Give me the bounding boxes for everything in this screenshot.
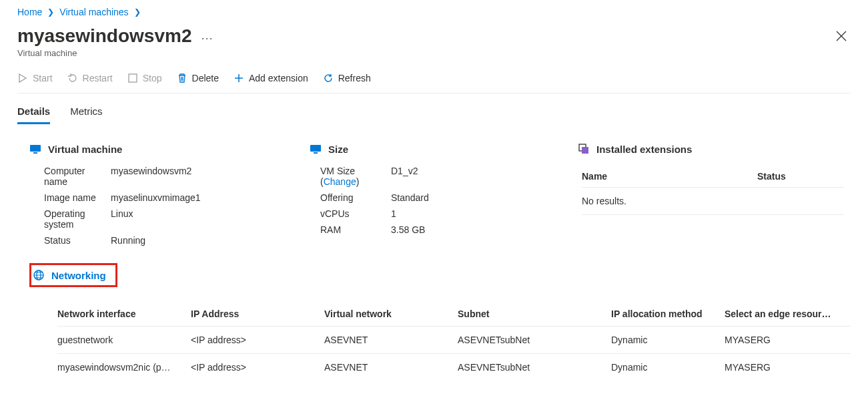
ip-cell: <IP address> xyxy=(191,354,324,381)
net-th-alloc: IP allocation method xyxy=(611,303,725,327)
os-label: Operating system xyxy=(17,208,111,230)
ip-cell: <IP address> xyxy=(191,327,324,354)
toolbar: Start Restart Stop Delete Add extension xyxy=(17,73,851,93)
vm-size-value: D1_v2 xyxy=(391,166,418,187)
computer-name-label: Computer name xyxy=(17,166,111,187)
net-th-ip: IP Address xyxy=(191,303,324,327)
size-section: Size VM Size (Change) D1_v2 OfferingStan… xyxy=(298,143,578,287)
svg-rect-1 xyxy=(30,145,41,152)
offering-label: Offering xyxy=(298,192,391,203)
chevron-right-icon: ❯ xyxy=(47,7,54,17)
start-button[interactable]: Start xyxy=(17,73,53,83)
monitor-icon xyxy=(310,143,322,155)
vnet-cell: ASEVNET xyxy=(324,354,458,381)
net-th-vnet: Virtual network xyxy=(324,303,458,327)
networking-section-heading[interactable]: Networking xyxy=(29,263,117,287)
os-value: Linux xyxy=(111,208,133,230)
svg-rect-5 xyxy=(310,145,321,152)
nic-cell: myasewindowsvm2nic (p… xyxy=(57,354,191,381)
networking-label: Networking xyxy=(51,270,106,281)
alloc-cell: Dynamic xyxy=(611,354,725,381)
play-icon xyxy=(17,73,28,83)
image-name-value: myaselinuxvmimage1 xyxy=(111,192,201,203)
svg-rect-2 xyxy=(33,152,37,154)
table-row[interactable]: guestnetwork <IP address> ASEVNET ASEVNE… xyxy=(57,327,851,354)
svg-rect-0 xyxy=(129,74,137,82)
change-size-link[interactable]: Change xyxy=(324,176,356,187)
status-label: Status xyxy=(17,235,111,246)
net-th-nic: Network interface xyxy=(57,303,191,327)
stop-icon xyxy=(127,73,138,83)
extensions-no-results: No results. xyxy=(582,188,844,215)
refresh-icon xyxy=(323,73,334,83)
delete-label: Delete xyxy=(192,73,219,83)
breadcrumb: Home ❯ Virtual machines ❯ xyxy=(17,7,851,17)
ext-status-header: Status xyxy=(757,171,837,182)
edge-cell: MYASERG xyxy=(725,327,851,354)
close-button[interactable] xyxy=(832,27,851,45)
vcpus-value: 1 xyxy=(391,208,396,219)
restart-button[interactable]: Restart xyxy=(67,73,113,83)
computer-name-value: myasewindowsvm2 xyxy=(111,166,191,187)
vm-section-heading: Virtual machine xyxy=(48,144,122,155)
nic-cell: guestnetwork xyxy=(57,327,191,354)
monitor-icon xyxy=(29,143,41,155)
subnet-cell: ASEVNETsubNet xyxy=(458,354,611,381)
page-subtitle: Virtual machine xyxy=(17,48,851,58)
refresh-button[interactable]: Refresh xyxy=(323,73,371,83)
add-extension-label: Add extension xyxy=(249,73,308,83)
restart-icon xyxy=(67,73,78,83)
svg-rect-8 xyxy=(582,147,588,154)
breadcrumb-virtual-machines[interactable]: Virtual machines xyxy=(59,7,128,17)
more-menu-button[interactable]: ··· xyxy=(201,31,213,45)
ram-label: RAM xyxy=(298,224,391,235)
chevron-right-icon: ❯ xyxy=(134,7,141,17)
svg-rect-6 xyxy=(314,152,318,154)
edge-cell: MYASERG xyxy=(725,354,851,381)
extension-icon xyxy=(578,143,590,155)
start-label: Start xyxy=(33,73,53,83)
ram-value: 3.58 GB xyxy=(391,224,425,235)
globe-icon xyxy=(33,269,45,281)
image-name-label: Image name xyxy=(17,192,111,203)
tabs: Details Metrics xyxy=(17,106,851,124)
status-value: Running xyxy=(111,235,145,246)
vnet-cell: ASEVNET xyxy=(324,327,458,354)
stop-button[interactable]: Stop xyxy=(127,73,162,83)
close-icon xyxy=(836,31,847,41)
stop-label: Stop xyxy=(143,73,162,83)
restart-label: Restart xyxy=(83,73,113,83)
subnet-cell: ASEVNETsubNet xyxy=(458,327,611,354)
add-extension-button[interactable]: Add extension xyxy=(234,73,308,83)
ext-name-header: Name xyxy=(582,171,607,182)
extensions-heading: Installed extensions xyxy=(596,144,692,155)
vcpus-label: vCPUs xyxy=(298,208,391,219)
net-th-edge: Select an edge resour… xyxy=(725,303,851,327)
size-heading: Size xyxy=(328,144,348,155)
table-row[interactable]: myasewindowsvm2nic (p… <IP address> ASEV… xyxy=(57,354,851,381)
alloc-cell: Dynamic xyxy=(611,327,725,354)
refresh-label: Refresh xyxy=(338,73,371,83)
extensions-section: Installed extensions Name Status No resu… xyxy=(578,143,851,287)
networking-table: Network interface IP Address Virtual net… xyxy=(17,303,851,381)
plus-icon xyxy=(234,73,244,83)
offering-value: Standard xyxy=(391,192,429,203)
trash-icon xyxy=(177,73,187,83)
tab-metrics[interactable]: Metrics xyxy=(70,106,102,124)
delete-button[interactable]: Delete xyxy=(177,73,219,83)
vm-size-label: VM Size (Change) xyxy=(298,166,391,187)
page-title: myasewindowsvm2 xyxy=(17,25,191,47)
net-th-subnet: Subnet xyxy=(458,303,611,327)
breadcrumb-home[interactable]: Home xyxy=(17,7,42,17)
virtual-machine-section: Virtual machine Computer namemyasewindow… xyxy=(17,143,298,287)
tab-details[interactable]: Details xyxy=(17,106,50,124)
